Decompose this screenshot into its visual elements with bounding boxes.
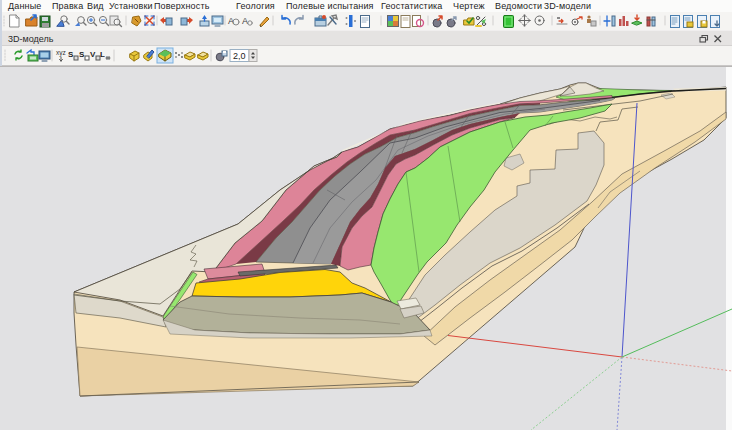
svg-text:S: S	[79, 50, 85, 59]
svg-text:S: S	[68, 50, 74, 59]
svg-text:A: A	[242, 16, 248, 26]
svg-text:xyz: xyz	[56, 49, 66, 57]
svg-text:L: L	[100, 50, 105, 59]
svg-text:2,0: 2,0	[233, 51, 246, 61]
svg-text:V: V	[90, 50, 96, 59]
